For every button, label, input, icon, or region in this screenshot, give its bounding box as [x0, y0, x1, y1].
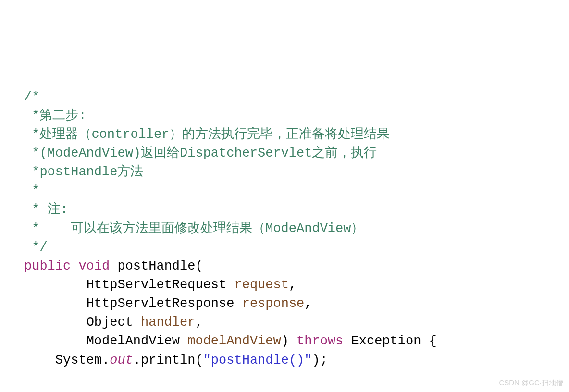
paren-close: ) — [281, 334, 289, 348]
comment-line: */ — [24, 240, 48, 255]
string-literal: "postHandle()" — [203, 353, 312, 368]
param-type: HttpServletResponse — [87, 296, 235, 311]
paren-close-semi: ); — [312, 353, 328, 368]
comment-line: * 注: — [24, 202, 68, 217]
exception-type: Exception — [351, 334, 421, 348]
brace-open: { — [429, 334, 437, 348]
param-name: request — [234, 278, 288, 292]
comment-line: /* — [24, 90, 39, 104]
dot: . — [102, 353, 110, 368]
comment-line: *第二步: — [24, 109, 87, 123]
param-name: handler — [141, 315, 195, 330]
keyword-throws: throws — [297, 334, 343, 348]
keyword-void: void — [78, 259, 110, 273]
param-type: ModelAndView — [87, 334, 180, 348]
paren-open: ( — [195, 259, 203, 273]
comma: , — [304, 296, 312, 311]
code-block: /* *第二步: *处理器（controller）的方法执行完毕，正准备将处理结… — [24, 88, 569, 392]
comment-line: *处理器（controller）的方法执行完毕，正准备将处理结果 — [24, 127, 390, 142]
param-type: Object — [87, 315, 133, 330]
comment-line: *postHandle方法 — [24, 165, 143, 179]
comment-line: * — [24, 184, 39, 198]
keyword-public: public — [24, 259, 71, 273]
class-ref: System — [55, 353, 102, 368]
param-name: modelAndView — [187, 334, 281, 348]
watermark: CSDN @GC·扫地僧 — [499, 378, 563, 388]
comma: , — [289, 278, 297, 292]
method-call: println — [141, 353, 195, 368]
method-name: postHandle — [117, 259, 195, 273]
comma: , — [195, 315, 203, 330]
static-field: out — [110, 353, 133, 368]
paren-open: ( — [195, 353, 203, 368]
param-type: HttpServletRequest — [87, 278, 227, 292]
dot: . — [133, 353, 141, 368]
param-name: response — [242, 296, 305, 311]
comment-line: *(ModeAndView)返回给DispatcherServlet之前，执行 — [24, 146, 377, 160]
comment-line: * 可以在该方法里面修改处理结果（ModeAndView） — [24, 221, 364, 236]
